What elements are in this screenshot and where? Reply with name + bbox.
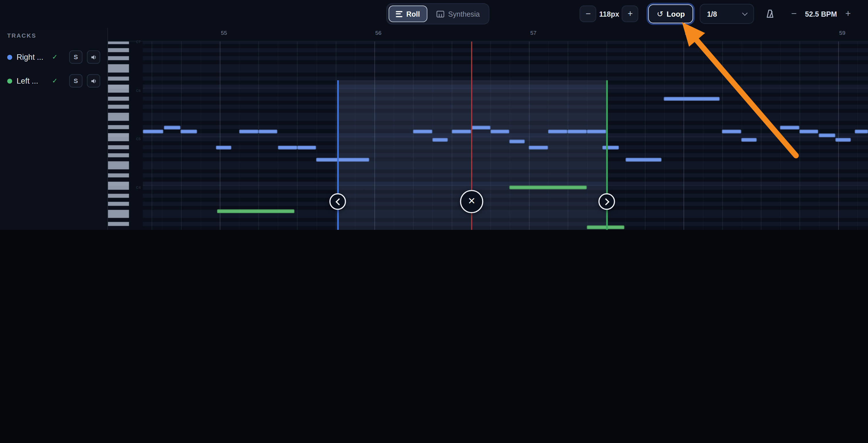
key-label: C7 bbox=[129, 40, 141, 44]
loop-button-label: Loop bbox=[666, 10, 685, 18]
zoom-out-button[interactable]: − bbox=[580, 5, 596, 22]
loop-cancel-button[interactable]: × bbox=[460, 190, 484, 213]
bpm-decrease-button[interactable]: − bbox=[787, 8, 801, 20]
measure-label: 58 bbox=[685, 30, 691, 36]
note-right-hand[interactable] bbox=[239, 129, 258, 133]
note-right-hand[interactable] bbox=[413, 129, 432, 133]
mute-button[interactable] bbox=[87, 74, 100, 87]
note-right-hand[interactable] bbox=[259, 129, 278, 133]
tab-roll[interactable]: Roll bbox=[389, 5, 427, 22]
piano-keys-white bbox=[129, 42, 143, 230]
measure-label: 55 bbox=[221, 30, 227, 36]
key-label: C4 bbox=[129, 185, 141, 189]
key-label: C5 bbox=[129, 137, 141, 141]
note-right-hand[interactable] bbox=[278, 146, 297, 149]
track-row-left-hand[interactable]: Left ... ✓ S bbox=[0, 71, 108, 91]
division-select[interactable]: 1/8 bbox=[700, 4, 754, 24]
top-bar: Roll Synthesia − 118px + ↺ Loop 1/8 bbox=[0, 0, 868, 28]
track-name: Left ... bbox=[17, 77, 48, 85]
key-label: C6 bbox=[129, 88, 141, 92]
measure-label: 57 bbox=[530, 30, 536, 36]
chevron-right-icon bbox=[602, 198, 609, 205]
metronome-icon bbox=[765, 9, 775, 19]
loop-end-handle[interactable] bbox=[598, 193, 615, 210]
piano-roll-app: Roll Synthesia − 118px + ↺ Loop 1/8 bbox=[0, 0, 868, 230]
note-right-hand[interactable] bbox=[835, 138, 851, 142]
note-right-hand[interactable] bbox=[855, 129, 868, 133]
zoom-in-button[interactable]: + bbox=[622, 5, 639, 22]
note-right-hand[interactable] bbox=[143, 129, 163, 133]
loop-start-handle[interactable] bbox=[329, 193, 346, 210]
track-name: Right ... bbox=[17, 53, 48, 61]
track-check-icon: ✓ bbox=[52, 53, 57, 61]
note-right-hand[interactable] bbox=[722, 129, 741, 133]
note-right-hand[interactable] bbox=[471, 126, 490, 129]
note-right-hand[interactable] bbox=[181, 129, 197, 133]
note-right-hand[interactable] bbox=[799, 129, 818, 133]
topbar-right-controls: − 118px + ↺ Loop 1/8 − 52.5 BPM + bbox=[580, 0, 855, 28]
note-right-hand[interactable] bbox=[780, 126, 799, 129]
piano-keys-black bbox=[108, 42, 129, 230]
speaker-icon bbox=[90, 53, 97, 61]
note-right-hand[interactable] bbox=[548, 129, 567, 133]
note-left-hand[interactable] bbox=[587, 225, 624, 229]
speaker-icon bbox=[90, 77, 97, 85]
track-check-icon: ✓ bbox=[52, 77, 57, 85]
note-right-hand[interactable] bbox=[316, 158, 369, 161]
track-color-dot bbox=[7, 79, 12, 83]
solo-button[interactable]: S bbox=[69, 74, 82, 87]
note-left-hand[interactable] bbox=[217, 209, 294, 213]
note-right-hand[interactable] bbox=[663, 97, 720, 100]
measure-label: 56 bbox=[375, 30, 381, 36]
note-right-hand[interactable] bbox=[741, 138, 756, 142]
note-right-hand[interactable] bbox=[509, 140, 525, 143]
roll-icon bbox=[396, 11, 402, 17]
metronome-button[interactable] bbox=[761, 4, 780, 23]
note-right-hand[interactable] bbox=[298, 146, 316, 149]
solo-button[interactable]: S bbox=[69, 50, 82, 63]
note-right-hand[interactable] bbox=[567, 129, 587, 133]
close-icon: × bbox=[468, 195, 475, 207]
loop-icon: ↺ bbox=[657, 9, 663, 19]
mute-button[interactable] bbox=[87, 50, 100, 63]
zoom-value: 118px bbox=[596, 10, 622, 18]
note-right-hand[interactable] bbox=[602, 146, 619, 149]
piano-keys[interactable] bbox=[108, 42, 143, 230]
note-right-hand[interactable] bbox=[452, 129, 471, 133]
chevron-down-icon bbox=[742, 10, 748, 16]
track-color-dot bbox=[7, 55, 12, 59]
note-right-hand[interactable] bbox=[491, 129, 509, 133]
chevron-left-icon bbox=[335, 198, 342, 205]
note-left-hand[interactable] bbox=[509, 185, 587, 189]
note-right-hand[interactable] bbox=[818, 134, 835, 137]
division-value: 1/8 bbox=[707, 10, 717, 18]
tab-synthesia-label: Synthesia bbox=[448, 10, 479, 18]
note-right-hand[interactable] bbox=[216, 146, 231, 149]
measure-label: 59 bbox=[839, 30, 845, 36]
bpm-value: 52.5 BPM bbox=[805, 10, 837, 18]
view-toggle: Roll Synthesia bbox=[386, 3, 489, 24]
tracks-panel: TRACKS Right ... ✓ S Left ... ✓ S bbox=[0, 28, 108, 230]
note-right-hand[interactable] bbox=[164, 126, 181, 129]
note-right-hand[interactable] bbox=[625, 158, 661, 161]
piano-icon bbox=[436, 10, 444, 18]
tracks-header: TRACKS bbox=[7, 32, 36, 39]
note-right-hand[interactable] bbox=[587, 129, 606, 133]
track-row-right-hand[interactable]: Right ... ✓ S bbox=[0, 47, 108, 67]
note-right-hand[interactable] bbox=[529, 146, 548, 149]
note-right-hand[interactable] bbox=[432, 138, 448, 142]
tab-roll-label: Roll bbox=[406, 10, 420, 18]
tab-synthesia[interactable]: Synthesia bbox=[429, 5, 487, 22]
bpm-increase-button[interactable]: + bbox=[841, 8, 855, 20]
loop-button[interactable]: ↺ Loop bbox=[648, 4, 693, 23]
